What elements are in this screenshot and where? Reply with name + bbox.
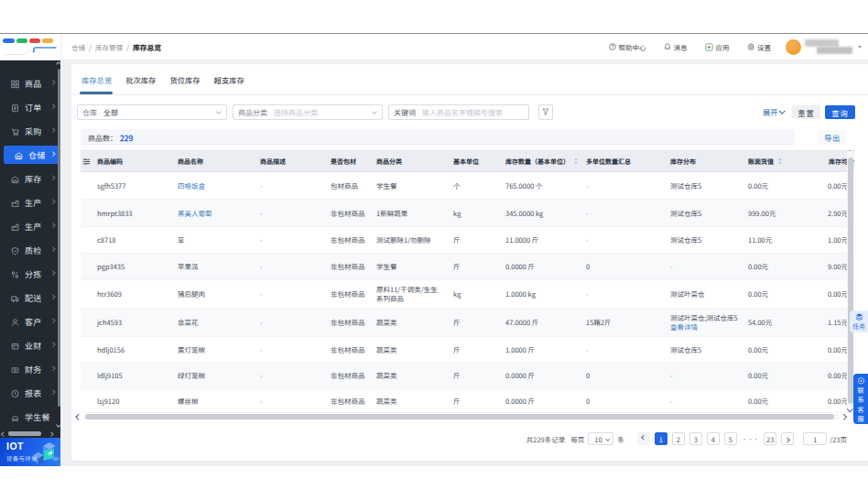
export-button[interactable]: 导出 — [818, 130, 847, 145]
cell-is-packaging: 非包材商品 — [331, 235, 376, 245]
cell-stock-quantity: 1.0000 斤 — [505, 345, 586, 354]
chevron-right-icon — [50, 103, 55, 108]
cell-product-name: 草 — [178, 235, 260, 245]
cell-product-category: 学生餐 — [376, 262, 453, 271]
sidebar-item-sorting[interactable]: 分拣 — [0, 265, 60, 283]
page-jump-value: 1 — [813, 434, 817, 444]
table-row[interactable]: pgp3435苹果派-非包材商品学生餐斤0.0000 斤0-0.00元9.00元 — [81, 254, 854, 280]
sidebar-item-finance[interactable]: 财务 — [0, 360, 60, 378]
table-row[interactable]: jch4593韭菜花-非包材商品蔬菜类斤47.0000 斤15箱2斤测试叶菜仓;… — [81, 309, 854, 337]
column-header[interactable]: 库存数量（基本单位） — [505, 157, 586, 166]
product-name-link[interactable]: 四格饭盒 — [178, 180, 205, 191]
page-button-23[interactable]: 23 — [764, 432, 776, 445]
sort-carets-icon[interactable] — [574, 158, 578, 164]
tab-active[interactable]: 库存总览 — [81, 73, 112, 93]
table-row[interactable]: c8718草-非包材商品测试删除1/勿删除斤11.0000 斤-测试仓库511.… — [81, 227, 854, 254]
sidebar-item-studentmeal[interactable]: 学生餐 — [0, 408, 60, 426]
advanced-filter-button[interactable] — [538, 104, 553, 120]
sort-carets-icon[interactable] — [778, 158, 782, 164]
cell-book-value: 0.00元 — [748, 289, 829, 299]
cell-book-value: 0.00元 — [748, 181, 829, 191]
messages-button[interactable]: 消息 — [664, 42, 688, 52]
column-header[interactable]: 账面货值 — [748, 157, 829, 166]
cell-multi-unit-total: - — [586, 289, 670, 299]
table-scroll-right-icon[interactable] — [841, 415, 846, 419]
sidebar-item-order[interactable]: 订单 — [0, 98, 60, 116]
view-details-link[interactable]: 查看详情 — [670, 321, 698, 332]
username-redacted — [805, 39, 852, 55]
page-button-5[interactable]: 5 — [724, 432, 737, 445]
bizfinance-icon — [11, 342, 19, 350]
table-header-row: 商品编码商品名称商品描述是否包材商品分类基本单位库存数量（基本单位）多单位数量汇… — [81, 150, 854, 172]
product-count-value: 229 — [120, 132, 133, 143]
page-button-2[interactable]: 2 — [672, 432, 685, 445]
cell-product-description: - — [260, 209, 331, 218]
help-center-button[interactable]: ? 帮助中心 — [609, 42, 646, 52]
page-button-3[interactable]: 3 — [689, 432, 702, 445]
column-header: 库存分布 — [670, 157, 748, 166]
user-menu-caret-icon[interactable] — [858, 46, 862, 49]
tab-item[interactable]: 批次库存 — [125, 73, 156, 93]
table-horizontal-scrollbar[interactable] — [85, 414, 840, 420]
settings-button[interactable]: 设置 — [747, 42, 772, 52]
cell-product-name[interactable]: 黑美人葡萄 — [178, 209, 260, 218]
breadcrumb-item[interactable]: 仓储 — [71, 42, 85, 52]
table-row[interactable]: sgfh5377四格饭盒-包材商品学生餐个765.0000 个-测试仓库50.0… — [81, 172, 854, 200]
sidebar-item-report[interactable]: 报表 — [0, 384, 60, 402]
expand-filters-link[interactable]: 展开 — [763, 104, 784, 119]
cell-is-packaging: 包材商品 — [331, 181, 376, 191]
table-column-settings[interactable] — [81, 158, 97, 166]
sidebar-item-production2[interactable]: 生产 — [0, 217, 60, 235]
reset-button[interactable]: 重置 — [792, 105, 820, 119]
table-row[interactable]: lsj9120螺丝椒-非包材商品蔬菜类斤0.0000 斤0-0.00元0.00元 — [81, 389, 854, 413]
page-size-unit: 条 — [617, 434, 624, 444]
sidebar-item-bizfinance[interactable]: 业财 — [0, 336, 60, 354]
customer-service-label: 联系客服 — [857, 386, 863, 424]
cell-product-code: lsj9120 — [97, 397, 178, 406]
next-page-button[interactable] — [781, 432, 794, 445]
prev-page-button[interactable] — [637, 432, 650, 445]
apps-button[interactable]: 应用 — [705, 42, 730, 52]
warehouse-select-label: 仓库 — [82, 107, 97, 117]
page-jump-input[interactable]: 1 — [803, 432, 827, 445]
cell-product-category: 学生餐 — [376, 181, 453, 191]
cell-is-packaging: 非包材商品 — [331, 397, 376, 406]
query-button[interactable]: 查询 — [825, 105, 855, 119]
table-scroll-left-icon[interactable] — [77, 415, 81, 419]
category-select[interactable]: 商品分类 选择商品分类 — [233, 104, 383, 120]
tab-item[interactable]: 超支库存 — [214, 73, 244, 93]
table-body: sgfh5377四格饭盒-包材商品学生餐个765.0000 个-测试仓库50.0… — [81, 172, 854, 413]
warehouse-select[interactable]: 仓库 全部 — [77, 104, 227, 120]
table-scroll-down-icon[interactable] — [848, 407, 852, 411]
page-ellipsis[interactable]: ··· — [742, 434, 760, 443]
sidebar-item-production[interactable]: 生产 — [0, 193, 60, 212]
breadcrumb-item[interactable]: 库存管理 — [95, 42, 123, 52]
cell-product-name[interactable]: 四格饭盒 — [178, 181, 260, 191]
tasks-float-button[interactable]: 任务 — [850, 310, 868, 332]
table-row[interactable]: hmrpt3833黑美人葡萄-非包材商品1新鲜蔬果kg345.0000 kg-测… — [81, 200, 854, 227]
cell-product-description: - — [260, 345, 331, 354]
sidebar-item-customer[interactable]: 客户 — [0, 312, 60, 331]
sidebar-item-quality[interactable]: 质检 — [0, 241, 60, 259]
sidebar-item-delivery[interactable]: 配送 — [0, 289, 60, 307]
cell-stock-distribution[interactable]: 测试叶菜仓;测试仓库5查看详情 — [670, 313, 748, 332]
table-row[interactable]: htr3609猪后腿肉-非包材商品原料11/干调类/生生系列商品kg1.0000… — [81, 280, 854, 309]
tab-item[interactable]: 货位库存 — [169, 73, 200, 93]
keyword-input[interactable]: 关键词 输入商品名字或编号搜索 — [388, 104, 529, 120]
page-button-4[interactable]: 4 — [707, 432, 720, 445]
product-name-link[interactable]: 黑美人葡萄 — [178, 208, 212, 218]
sidebar-item-label: 客户 — [25, 316, 41, 328]
chevron-right-icon — [50, 175, 55, 180]
table-row[interactable]: ldlj9105绿灯笼椒-非包材商品蔬菜类斤0.0000 斤0-0.00元0.0… — [81, 363, 854, 389]
avatar[interactable] — [786, 39, 801, 55]
customer-service-float-button[interactable]: 联系客服 — [853, 374, 868, 424]
table-row[interactable]: hdlj0156黄灯笼椒-非包材商品蔬菜类斤1.0000 斤-测试仓库50.00… — [81, 337, 854, 363]
page-size-select[interactable]: 10 — [588, 432, 613, 445]
breadcrumb-current: 库存总览 — [133, 42, 161, 52]
sidebar-item-warehouse[interactable]: 仓储 — [4, 146, 60, 164]
sidebar-item-inventory[interactable]: 库存 — [0, 169, 60, 188]
table-vertical-scrollbar[interactable] — [847, 151, 853, 412]
page-button-1[interactable]: 1 — [655, 432, 667, 445]
sidebar-item-purchase[interactable]: 采购 — [0, 122, 60, 140]
sidebar-item-goods[interactable]: 商品 — [0, 74, 60, 93]
